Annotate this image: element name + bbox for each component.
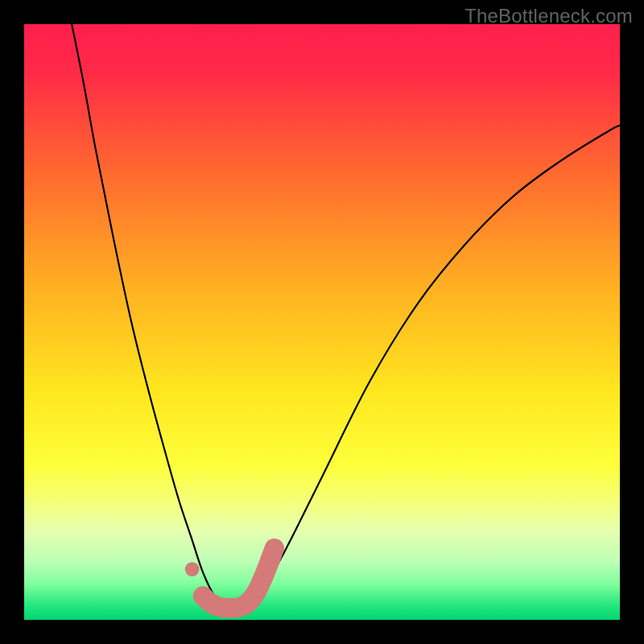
chart-frame: TheBottleneck.com [0,0,644,644]
bottleneck-curve [72,24,620,608]
watermark-text: TheBottleneck.com [464,5,633,27]
optimal-range-dot [185,562,200,576]
curve-layer [24,24,620,620]
optimal-range-marker [203,548,275,608]
plot-area [24,24,620,620]
